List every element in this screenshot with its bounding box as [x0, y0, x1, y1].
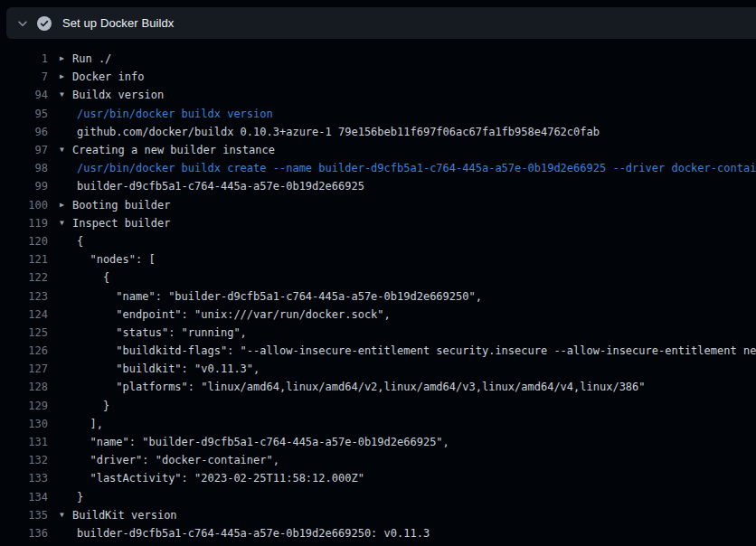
log-line: 121 "nodes": [	[0, 250, 756, 268]
log-line: 134 }	[0, 488, 756, 506]
log-line: 120 {	[0, 232, 756, 250]
line-number[interactable]: 100	[0, 199, 48, 212]
line-number[interactable]: 130	[0, 418, 48, 430]
log-text: builder-d9cfb5a1-c764-445a-a57e-0b19d2e6…	[77, 527, 430, 540]
check-circle-icon	[37, 16, 52, 31]
line-number[interactable]: 133	[0, 472, 48, 485]
chevron-down-icon[interactable]	[16, 17, 29, 30]
log-line: 129 }	[0, 397, 756, 415]
chevron-collapsed-icon: ▶	[60, 202, 72, 209]
log-group-header[interactable]: 94 ▼Buildx version	[0, 86, 756, 104]
log-text: {	[77, 235, 83, 248]
line-number[interactable]: 128	[0, 381, 48, 393]
line-number[interactable]: 120	[0, 235, 48, 248]
line-number[interactable]: 134	[0, 491, 48, 504]
log-line: 122 {	[0, 268, 756, 287]
log-line: 96 github.com/docker/buildx 0.10.3+azure…	[0, 123, 756, 141]
chevron-collapsed-icon: ▶	[60, 55, 72, 62]
log-group-header[interactable]: 100 ▶Booting builder	[0, 196, 756, 214]
log-text: "endpoint": "unix:///var/run/docker.sock…	[77, 308, 391, 321]
step-title: Set up Docker Buildx	[62, 16, 174, 30]
log-text: "buildkit": "v0.11.3",	[77, 362, 260, 375]
log-line: 95 /usr/bin/docker buildx version	[0, 105, 756, 123]
log-text: Run ./	[72, 52, 111, 65]
log-line: 128 "platforms": "linux/amd64,linux/amd6…	[0, 378, 756, 396]
log-text: "name": "builder-d9cfb5a1-c764-445a-a57e…	[77, 436, 449, 448]
chevron-expanded-icon: ▼	[60, 91, 72, 99]
line-number[interactable]: 97	[0, 144, 48, 156]
log-line: 131 "name": "builder-d9cfb5a1-c764-445a-…	[0, 433, 756, 451]
log-text: Creating a new builder instance	[72, 144, 275, 156]
log-text: ],	[77, 418, 103, 430]
line-number[interactable]: 122	[0, 271, 48, 284]
line-number[interactable]: 99	[0, 180, 48, 193]
log-line: 132 "driver": "docker-container",	[0, 451, 756, 469]
log-line: 130 ],	[0, 415, 756, 433]
log-text: github.com/docker/buildx 0.10.3+azure-1 …	[77, 126, 600, 138]
line-number[interactable]: 132	[0, 454, 48, 466]
chevron-expanded-icon: ▼	[60, 146, 72, 154]
log-line: 126 "buildkitd-flags": "--allow-insecure…	[0, 342, 756, 360]
log-text: builder-d9cfb5a1-c764-445a-a57e-0b19d2e6…	[77, 180, 364, 193]
line-number[interactable]: 131	[0, 436, 48, 448]
log-lines: 1 ▶Run ./ 7 ▶Docker info 94 ▼Buildx vers…	[0, 50, 756, 542]
log-line: 123 "name": "builder-d9cfb5a1-c764-445a-…	[0, 287, 756, 305]
chevron-expanded-icon: ▼	[60, 512, 72, 519]
log-text: }	[77, 491, 83, 504]
log-text: Booting builder	[72, 199, 170, 212]
log-group-header[interactable]: 135 ▼BuildKit version	[0, 506, 756, 524]
log-text: "lastActivity": "2023-02-25T11:58:12.000…	[77, 472, 364, 485]
log-text: Buildx version	[72, 89, 164, 101]
line-number[interactable]: 124	[0, 308, 48, 321]
log-group-header[interactable]: 7 ▶Docker info	[0, 68, 756, 86]
log-group-header[interactable]: 97 ▼Creating a new builder instance	[0, 141, 756, 159]
chevron-expanded-icon: ▼	[60, 220, 72, 227]
log-text: "status": "running",	[77, 326, 247, 339]
log-text: /usr/bin/docker buildx create --name bui…	[77, 162, 756, 174]
line-number[interactable]: 95	[0, 108, 48, 120]
log-group-header[interactable]: 1 ▶Run ./	[0, 50, 756, 68]
step-header[interactable]: Set up Docker Buildx	[6, 7, 756, 39]
line-number[interactable]: 135	[0, 509, 48, 522]
line-number[interactable]: 125	[0, 326, 48, 339]
line-number[interactable]: 127	[0, 362, 48, 375]
line-number[interactable]: 129	[0, 400, 48, 412]
log-text: "driver": "docker-container",	[77, 454, 279, 466]
log-group-header[interactable]: 119 ▼Inspect builder	[0, 214, 756, 232]
line-number[interactable]: 1	[0, 52, 48, 65]
line-number[interactable]: 119	[0, 217, 48, 230]
log-line: 136 builder-d9cfb5a1-c764-445a-a57e-0b19…	[0, 524, 756, 542]
log-line: 124 "endpoint": "unix:///var/run/docker.…	[0, 306, 756, 324]
line-number[interactable]: 123	[0, 290, 48, 303]
log-line: 125 "status": "running",	[0, 324, 756, 342]
log-line: 99 builder-d9cfb5a1-c764-445a-a57e-0b19d…	[0, 177, 756, 195]
log-line: 127 "buildkit": "v0.11.3",	[0, 360, 756, 378]
log-text: "name": "builder-d9cfb5a1-c764-445a-a57e…	[77, 290, 482, 303]
log-text: "nodes": [	[77, 253, 156, 266]
log-area: 1 ▶Run ./ 7 ▶Docker info 94 ▼Buildx vers…	[0, 39, 756, 542]
log-text: "platforms": "linux/amd64,linux/amd64/v2…	[77, 381, 646, 393]
log-text: Inspect builder	[72, 217, 170, 230]
log-text: }	[77, 400, 109, 412]
line-number[interactable]: 136	[0, 527, 48, 540]
line-number[interactable]: 98	[0, 162, 48, 174]
log-text: BuildKit version	[72, 509, 177, 522]
line-number[interactable]: 96	[0, 126, 48, 138]
line-number[interactable]: 121	[0, 253, 48, 266]
line-number[interactable]: 126	[0, 344, 48, 357]
chevron-collapsed-icon: ▶	[60, 73, 72, 80]
log-text: /usr/bin/docker buildx version	[77, 108, 273, 120]
log-text: Docker info	[72, 71, 144, 83]
log-text: {	[77, 271, 109, 284]
log-line: 98 /usr/bin/docker buildx create --name …	[0, 159, 756, 177]
log-text: "buildkitd-flags": "--allow-insecure-ent…	[77, 344, 756, 357]
line-number[interactable]: 7	[0, 71, 48, 83]
log-line: 133 "lastActivity": "2023-02-25T11:58:12…	[0, 469, 756, 487]
line-number[interactable]: 94	[0, 89, 48, 101]
